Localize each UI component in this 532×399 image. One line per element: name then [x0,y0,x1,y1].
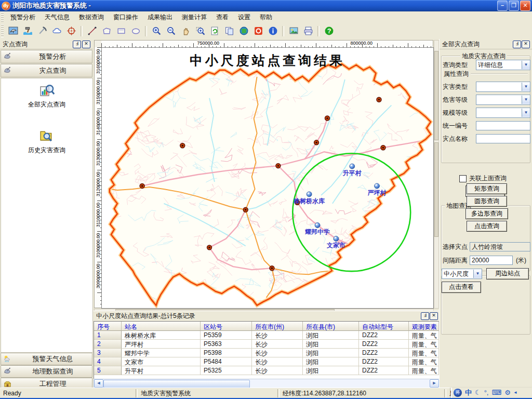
scroll-thumb[interactable] [103,380,250,388]
ellipse-icon[interactable] [129,25,142,37]
link-query-checkbox[interactable] [459,175,467,182]
map-query-button-矩形查询[interactable]: 矩形查询 [467,183,507,194]
ime-collapse-icon[interactable]: ◄ [513,388,517,397]
export-image-icon[interactable] [287,25,300,37]
map-vertical-scrollbar[interactable] [434,40,439,309]
flood-tool-icon[interactable] [21,25,34,37]
menu-item-2[interactable]: 数据查询 [74,12,109,23]
scale-combo[interactable]: 中小尺度 ▼ [442,269,482,279]
zoom-in-icon[interactable] [150,25,163,37]
column-header-所在县(市)[interactable]: 所在县(市) [303,322,359,331]
map-query-button-多边形查询[interactable]: 多边形查询 [466,208,508,219]
polygon-icon[interactable] [100,25,113,37]
map-query-button-点击查询[interactable]: 点击查询 [467,221,507,232]
zoom-window-icon[interactable] [194,25,206,37]
table-row[interactable]: 2严坪村P5363长沙浏阳DZZ2雨量、气 [94,340,439,349]
column-header-所在市(州)[interactable]: 所在市(州) [252,322,303,331]
satellite-image-icon[interactable] [7,25,19,37]
sidebar-tool-全部灾点查询[interactable]: 全部灾点查询 [1,83,92,109]
zoom-out-icon[interactable] [165,25,177,37]
view-button[interactable]: 点击查看 [442,282,481,293]
sidebar-tool-历史灾害查询[interactable]: 历史灾害查询 [1,128,92,154]
column-header-区站号[interactable]: 区站号 [201,322,252,331]
globe-icon[interactable] [237,25,250,37]
column-header-观测要素[interactable]: 观测要素 [409,322,439,331]
ime-moon-icon[interactable]: ☾ [475,388,481,397]
ime-settings-icon[interactable]: ⚙ [504,388,511,397]
chevron-down-icon[interactable]: ▼ [522,109,530,117]
规模等级-combo[interactable]: ▼ [476,108,530,118]
统一编号-input[interactable] [476,121,530,130]
disaster-point-marker[interactable] [381,145,385,150]
column-header-自动站型号[interactable]: 自动站型号 [359,322,409,331]
nearby-stations-button[interactable]: 周边站点 [486,268,529,280]
灾点名称-input[interactable] [476,134,530,143]
disaster-point-marker[interactable] [140,183,144,188]
menu-item-8[interactable]: 帮助 [255,12,277,23]
chevron-down-icon[interactable]: ▼ [522,61,530,69]
cloud-icon[interactable] [50,25,63,37]
menu-item-1[interactable]: 天气信息 [40,12,74,23]
table-row[interactable]: 3耀邦中学P5398长沙浏阳DZZ2雨量、气 [94,349,439,357]
disaster-point-marker[interactable] [325,116,329,121]
query-type-combo[interactable]: 详细信息 ▼ [476,60,530,70]
pickaxe-icon[interactable] [36,25,48,37]
result-panel-pin-icon[interactable]: Ⅎ [421,312,429,320]
map-canvas[interactable]: 升平村严坪村株树桥水库耀邦中学文家市中小尺度站点查询结果 [101,47,434,309]
crosshair-icon[interactable] [65,25,77,37]
table-horizontal-scrollbar[interactable]: ◄ ► [94,379,440,388]
menu-item-4[interactable]: 成果输出 [143,12,177,23]
disaster-point-marker[interactable] [207,245,212,250]
result-panel-close-icon[interactable]: ✕ [430,312,438,320]
rectangle-icon[interactable] [115,25,127,37]
scroll-right-icon[interactable]: ► [430,379,439,388]
stop-icon[interactable] [252,25,264,37]
help-icon[interactable]: ? [323,25,335,37]
right-panel-pin-icon[interactable]: Ⅎ [513,41,521,48]
column-header-序号[interactable]: 序号 [94,322,122,331]
危害等级-combo[interactable]: ▼ [476,95,530,105]
sidebar-section-地理数据查询[interactable]: 地理数据查询 [1,365,92,378]
maximize-button[interactable]: ❐ [509,1,519,11]
sidebar-section-预警分析[interactable]: 预警分析 [1,50,92,63]
disaster-point-marker[interactable] [180,143,185,148]
menu-item-7[interactable]: 设置 [233,12,255,23]
left-panel-pin-icon[interactable]: Ⅎ [73,41,81,48]
toolbar-grip[interactable] [1,24,4,37]
print-icon[interactable] [302,25,314,37]
chevron-down-icon[interactable]: ▼ [473,270,482,278]
pan-icon[interactable] [179,25,192,37]
sidebar-section-灾点查询[interactable]: 灾点查询 [1,64,92,77]
scroll-left-icon[interactable]: ◄ [94,379,103,388]
ime-logo-icon[interactable]: 将 [454,389,462,397]
ime-cn-icon[interactable]: 中 [465,388,472,397]
measure-line-icon[interactable] [86,25,98,37]
ime-keyboard-icon[interactable]: ⌨ [491,388,501,397]
refresh-icon[interactable] [208,25,221,37]
distance-input[interactable]: 20000 [470,256,513,265]
left-panel-close-icon[interactable]: ✕ [82,41,90,48]
disaster-point-marker[interactable] [377,97,381,102]
table-row[interactable]: 1株树桥水库P5359长沙浏阳DZZ2雨量、气 [94,331,439,340]
menu-item-5[interactable]: 测量计算 [177,12,211,23]
close-button[interactable]: ✕ [520,1,530,11]
menu-item-3[interactable]: 窗口操作 [109,12,143,23]
column-header-站名[interactable]: 站名 [122,322,201,331]
disaster-point-marker[interactable] [276,164,281,168]
chevron-down-icon[interactable]: ▼ [522,83,530,91]
table-row[interactable]: 5升平村P5325长沙浏阳DZZ2雨量、气 [94,366,439,375]
map-query-button-圆形查询[interactable]: 圆形查询 [467,196,507,207]
disaster-point-marker[interactable] [243,207,248,212]
sidebar-section-预警天气信息[interactable]: 预警天气信息 [1,353,92,365]
灾害类型-combo[interactable]: ▼ [476,82,530,92]
menu-item-0[interactable]: 预警分析 [6,12,40,23]
copy-icon[interactable] [223,25,235,37]
chevron-down-icon[interactable]: ▼ [522,96,530,104]
disaster-point-marker[interactable] [270,266,274,271]
minimize-button[interactable]: – [497,1,508,11]
menu-item-6[interactable]: 查看 [211,12,233,23]
disaster-point-marker[interactable] [314,140,319,145]
info-icon[interactable] [267,25,279,37]
right-panel-close-icon[interactable]: ✕ [522,41,530,48]
table-row[interactable]: 4文家市P5484长沙浏阳DZZ2雨量、气 [94,357,439,366]
